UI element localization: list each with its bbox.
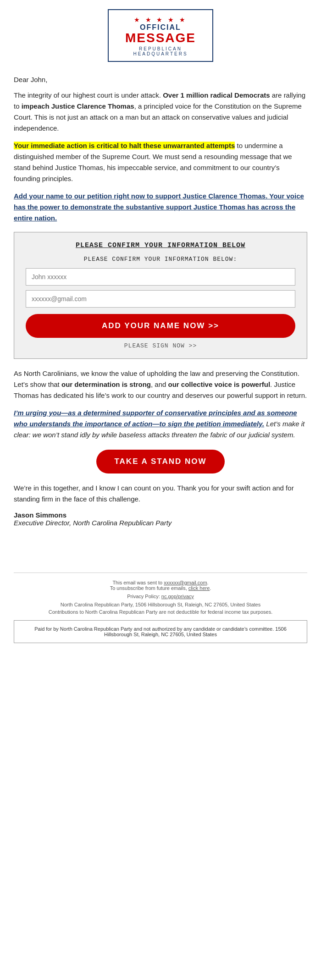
para3-mid: , and: [151, 380, 166, 388]
message-label: MESSAGE: [116, 32, 205, 44]
stars: ★ ★ ★ ★ ★: [134, 16, 188, 23]
header-box: ★ ★ ★ ★ ★ OFFICIAL MESSAGE REPUBLICAN HE…: [108, 9, 213, 62]
privacy-label: Privacy Policy:: [127, 594, 160, 599]
greeting: Dear John,: [14, 76, 307, 83]
email-input[interactable]: [26, 290, 295, 308]
unsubscribe-text: To unsubscribe from future emails,: [110, 585, 187, 591]
footer-privacy-line: Privacy Policy: nc.gop/privacy: [14, 594, 307, 599]
take-stand-button[interactable]: TAKE A STAND NOW: [96, 450, 225, 473]
footer-email-line: This email was sent to xxxxxx@gmail.com.: [14, 580, 307, 585]
urge-link[interactable]: I’m urging you—as a determined supporter…: [14, 409, 297, 428]
para1-intro: The integrity of our highest court is un…: [14, 91, 161, 99]
signature-title: Executive Director, North Carolina Repub…: [14, 519, 307, 527]
para5: We’re in this together, and I know I can…: [14, 483, 307, 505]
rh-label: REPUBLICAN HEADQUARTERS: [116, 46, 205, 56]
sent-to-text: This email was sent to: [112, 580, 162, 585]
signature-name: Jason Simmons: [14, 511, 307, 519]
name-input[interactable]: [26, 268, 295, 286]
para3-bold1: our determination is strong: [61, 380, 151, 388]
para1-bold2: impeach Justice Clarence Thomas: [22, 102, 134, 110]
sign-now-label: PLEASE SIGN NOW >>: [26, 342, 295, 349]
footer-address: North Carolina Republican Party, 1506 Hi…: [14, 602, 307, 607]
para1: The integrity of our highest court is un…: [14, 90, 307, 134]
footer-disclaimer: Paid for by North Carolina Republican Pa…: [14, 620, 307, 643]
footer-unsubscribe-line: To unsubscribe from future emails, click…: [14, 585, 307, 591]
form-box: PLEASE CONFIRM YOUR INFORMATION BELOW PL…: [14, 232, 307, 359]
para1-bold1: Over 1 million radical Democrats: [163, 91, 270, 99]
add-name-button[interactable]: ADD YOUR NAME NOW >>: [26, 314, 295, 338]
link-para[interactable]: Add your name to our petition right now …: [14, 191, 307, 224]
signature: Jason Simmons Executive Director, North …: [14, 511, 307, 527]
footer-email-link[interactable]: xxxxxx@gmail.com: [164, 580, 207, 585]
petition-link[interactable]: Add your name to our petition right now …: [14, 192, 304, 222]
para3-bold2: our collective voice is powerful: [168, 380, 271, 388]
italic-link-para[interactable]: I’m urging you—as a determined supporter…: [14, 407, 307, 440]
privacy-link[interactable]: nc.gop/privacy: [161, 594, 194, 599]
footer-tax: Contributions to North Carolina Republic…: [14, 609, 307, 615]
form-title: PLEASE CONFIRM YOUR INFORMATION BELOW: [26, 242, 295, 249]
para2: Your immediate action is critical to hal…: [14, 140, 307, 184]
para2-highlight: Your immediate action is critical to hal…: [14, 142, 235, 149]
form-subtitle: PLEASE CONFIRM YOUR INFORMATION BELOW:: [26, 256, 295, 263]
para3: As North Carolinians, we know the value …: [14, 368, 307, 401]
unsubscribe-link[interactable]: click here: [188, 585, 210, 591]
footer: This email was sent to xxxxxx@gmail.com.…: [14, 573, 307, 643]
